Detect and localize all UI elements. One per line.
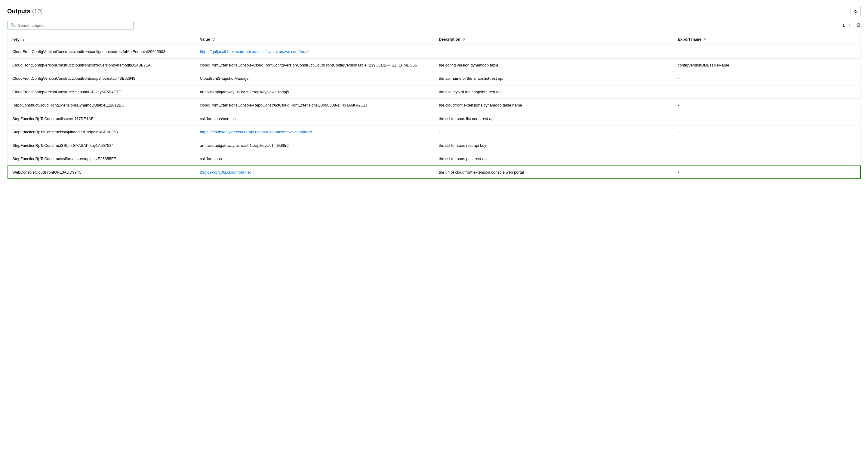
cell-key: StepFunctionRpTsConstructsslapihandlerEn…	[7, 125, 195, 139]
sort-icon-export: ▽	[704, 38, 706, 41]
cell-export-name: -	[673, 152, 861, 166]
sort-icon-value: ▽	[212, 38, 215, 41]
table-row: RepoConstructCloudFrontExtensionsDynamoD…	[7, 99, 861, 112]
cell-description: the ssl for saas list certs rest api	[434, 112, 673, 125]
table-row: CloudFrontConfigVersionConstructcloudfro…	[7, 45, 861, 58]
col-header-export[interactable]: Export name ▽	[673, 34, 861, 45]
cell-key: RepoConstructCloudFrontExtensionsDynamoD…	[7, 99, 195, 112]
cell-export-name: -	[673, 45, 861, 58]
prev-page-button[interactable]: ‹	[835, 22, 840, 29]
table-row: StepFunctionRpTsConstructSSLforSAASAPIke…	[7, 139, 861, 152]
page-title: Outputs	[7, 8, 30, 15]
cell-key: CloudFrontConfigVersionConstructcloudfro…	[7, 72, 195, 85]
search-icon: 🔍	[10, 23, 16, 28]
search-box: 🔍	[7, 21, 133, 29]
cell-description: the url of cloudfront extension console …	[434, 166, 673, 179]
cell-key: StepFunctionRpTsConstructsslforsaasresta…	[7, 152, 195, 166]
table-body: CloudFrontConfigVersionConstructcloudfro…	[7, 45, 861, 179]
table-header: Key ▲ Value ▽ Description ▽ Export name …	[7, 34, 861, 45]
cell-export-name: -	[673, 72, 861, 85]
sort-asc-icon: ▲	[22, 38, 25, 41]
cell-export-name: -	[673, 99, 861, 112]
cell-key: CloudFrontConfigVersionConstructcloudfro…	[7, 45, 195, 58]
cell-description: the api keys of the snapshot rest api	[434, 85, 673, 99]
cell-export-name: -	[673, 85, 861, 99]
table-row: StepFunctionRpTsConstructsslapihandlerEn…	[7, 125, 861, 139]
cell-key: StepFunctionRpTsConstructSSLforSAASAPIke…	[7, 139, 195, 152]
pagination-area: ‹ 1 › ⚙	[835, 22, 861, 29]
table-settings-button[interactable]: ⚙	[856, 22, 861, 29]
cell-value: CloudfrontSnapshotManager	[195, 72, 434, 85]
table-row: CloudFrontConfigVersionConstructcloudfro…	[7, 58, 861, 72]
search-input[interactable]	[18, 23, 130, 28]
cell-value: cloudFrontExtensionsConsole-RepoConstruc…	[195, 99, 434, 112]
cell-value: cloudFrontExtensionsConsole-CloudFrontCo…	[195, 58, 434, 72]
sort-icon-description: ▽	[463, 38, 465, 41]
cell-key: CloudFrontConfigVersionConstructcloudfro…	[7, 58, 195, 72]
header-row: Key ▲ Value ▽ Description ▽ Export name …	[7, 34, 861, 45]
header-row: Outputs (10) ↻	[7, 6, 861, 16]
outputs-table: Key ▲ Value ▽ Description ▽ Export name …	[7, 34, 861, 179]
cell-value[interactable]: https://cm8bve8ty2.execute-api.us-east-1…	[195, 125, 434, 139]
cell-export-name: -	[673, 139, 861, 152]
cell-description: the ssl for saas rest api key	[434, 139, 673, 152]
cell-key: WebConsoleCloudFrontURL3ADD994C	[7, 166, 195, 179]
col-header-description[interactable]: Description ▽	[434, 34, 673, 45]
cell-value: arn:aws:apigateway:us-east-1::/apikeys/c…	[195, 139, 434, 152]
table-row: StepFunctionRpTsConstructlistcerts117DE1…	[7, 112, 861, 125]
table-row: WebConsoleCloudFrontURL3ADD994Cd3glo9xkc…	[7, 166, 861, 179]
cell-value: ssl_for_saas	[195, 152, 434, 166]
cell-value: arn:aws:apigateway:us-east-1::/apikeys/d…	[195, 85, 434, 99]
cell-description: -	[434, 125, 673, 139]
cell-key: CloudFrontConfigVersionConstructSnapshot…	[7, 85, 195, 99]
value-link[interactable]: https://qnfjasx91f.execute-api.us-east-1…	[200, 49, 309, 54]
cell-key: StepFunctionRpTsConstructlistcerts117DE1…	[7, 112, 195, 125]
col-header-value[interactable]: Value ▽	[195, 34, 434, 45]
outputs-count: (10)	[32, 8, 43, 15]
cell-value[interactable]: https://qnfjasx91f.execute-api.us-east-1…	[195, 45, 434, 58]
page-container: Outputs (10) ↻ 🔍 ‹ 1 › ⚙ Key ▲ V	[0, 0, 868, 185]
cell-export-name: -	[673, 166, 861, 179]
page-number: 1	[842, 23, 844, 28]
table-row: StepFunctionRpTsConstructsslforsaasresta…	[7, 152, 861, 166]
next-page-button[interactable]: ›	[847, 22, 852, 29]
cell-description: -	[434, 45, 673, 58]
col-header-key[interactable]: Key ▲	[7, 34, 195, 45]
cell-description: the ssl for saas post rest api	[434, 152, 673, 166]
cell-value[interactable]: d3glo9xkcrc06j.cloudfront.net	[195, 166, 434, 179]
value-link[interactable]: d3glo9xkcrc06j.cloudfront.net	[200, 170, 251, 175]
value-link[interactable]: https://cm8bve8ty2.execute-api.us-east-1…	[200, 130, 312, 134]
refresh-button[interactable]: ↻	[850, 6, 861, 16]
toolbar-row: 🔍 ‹ 1 › ⚙	[7, 21, 861, 29]
cell-value: ssl_for_saas/cert_list	[195, 112, 434, 125]
table-row: CloudFrontConfigVersionConstructSnapshot…	[7, 85, 861, 99]
cell-description: the api name of the snapshot rest api	[434, 72, 673, 85]
table-row: CloudFrontConfigVersionConstructcloudfro…	[7, 72, 861, 85]
cell-export-name: -	[673, 112, 861, 125]
title-area: Outputs (10)	[7, 8, 43, 15]
cell-description: the config version dynamodb table	[434, 58, 673, 72]
cell-export-name: -	[673, 125, 861, 139]
cell-description: the cloudfront extensions dynamodb table…	[434, 99, 673, 112]
cell-export-name: configVersionDDBTableName	[673, 58, 861, 72]
